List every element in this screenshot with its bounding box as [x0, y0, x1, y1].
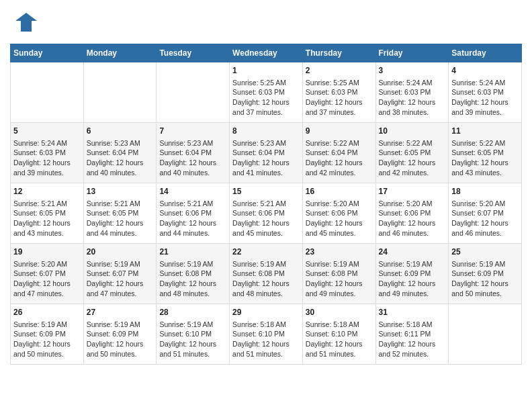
calendar-body: 1Sunrise: 5:25 AM Sunset: 6:03 PM Daylig…: [11, 62, 522, 365]
day-number: 10: [379, 126, 446, 137]
weekday-header-sunday: Sunday: [11, 44, 84, 62]
day-number: 21: [159, 246, 226, 258]
svg-marker-0: [15, 13, 37, 32]
day-number: 7: [159, 126, 226, 137]
day-number: 26: [13, 307, 81, 318]
day-info: Sunrise: 5:20 AM Sunset: 6:07 PM Dayligh…: [13, 259, 81, 299]
day-info: Sunrise: 5:23 AM Sunset: 6:04 PM Dayligh…: [159, 138, 226, 178]
day-number: 3: [379, 65, 446, 77]
calendar-cell: 15Sunrise: 5:21 AM Sunset: 6:06 PM Dayli…: [230, 183, 303, 244]
calendar-cell: 13Sunrise: 5:21 AM Sunset: 6:05 PM Dayli…: [83, 183, 157, 244]
calendar-table: SundayMondayTuesdayWednesdayThursdayFrid…: [10, 44, 522, 365]
day-number: 28: [159, 307, 226, 318]
day-info: Sunrise: 5:22 AM Sunset: 6:05 PM Dayligh…: [379, 138, 446, 178]
calendar-cell: 19Sunrise: 5:20 AM Sunset: 6:07 PM Dayli…: [11, 244, 84, 304]
day-number: 15: [232, 186, 300, 197]
day-number: 30: [306, 307, 373, 318]
day-info: Sunrise: 5:21 AM Sunset: 6:06 PM Dayligh…: [159, 199, 226, 238]
day-number: 2: [306, 65, 373, 77]
day-number: 9: [306, 126, 373, 137]
day-info: Sunrise: 5:19 AM Sunset: 6:08 PM Dayligh…: [232, 259, 300, 299]
calendar-week-row: 1Sunrise: 5:25 AM Sunset: 6:03 PM Daylig…: [11, 62, 522, 123]
weekday-header-thursday: Thursday: [302, 44, 375, 62]
calendar-cell: 29Sunrise: 5:18 AM Sunset: 6:10 PM Dayli…: [230, 304, 303, 365]
weekday-header-monday: Monday: [83, 44, 157, 62]
calendar-cell: [449, 304, 522, 365]
calendar-week-row: 12Sunrise: 5:21 AM Sunset: 6:05 PM Dayli…: [11, 183, 522, 244]
day-info: Sunrise: 5:21 AM Sunset: 6:05 PM Dayligh…: [87, 199, 154, 238]
calendar-cell: 24Sunrise: 5:19 AM Sunset: 6:09 PM Dayli…: [375, 244, 449, 304]
calendar-cell: 6Sunrise: 5:23 AM Sunset: 6:04 PM Daylig…: [83, 123, 157, 183]
calendar-cell: 9Sunrise: 5:22 AM Sunset: 6:04 PM Daylig…: [302, 123, 375, 183]
day-number: 13: [87, 186, 154, 197]
calendar-cell: [83, 62, 157, 123]
day-info: Sunrise: 5:22 AM Sunset: 6:04 PM Dayligh…: [306, 138, 373, 178]
day-number: 17: [379, 186, 446, 197]
calendar-cell: 17Sunrise: 5:20 AM Sunset: 6:06 PM Dayli…: [375, 183, 449, 244]
calendar-cell: 30Sunrise: 5:18 AM Sunset: 6:10 PM Dayli…: [302, 304, 375, 365]
calendar-cell: 28Sunrise: 5:19 AM Sunset: 6:10 PM Dayli…: [157, 304, 230, 365]
day-info: Sunrise: 5:19 AM Sunset: 6:09 PM Dayligh…: [87, 320, 154, 359]
weekday-header-tuesday: Tuesday: [157, 44, 230, 62]
calendar-cell: 5Sunrise: 5:24 AM Sunset: 6:03 PM Daylig…: [11, 123, 84, 183]
day-info: Sunrise: 5:20 AM Sunset: 6:06 PM Dayligh…: [306, 199, 373, 238]
calendar-cell: 7Sunrise: 5:23 AM Sunset: 6:04 PM Daylig…: [157, 123, 230, 183]
day-info: Sunrise: 5:24 AM Sunset: 6:03 PM Dayligh…: [13, 138, 81, 178]
day-info: Sunrise: 5:24 AM Sunset: 6:03 PM Dayligh…: [379, 78, 446, 118]
day-number: 23: [306, 246, 373, 258]
calendar-cell: 12Sunrise: 5:21 AM Sunset: 6:05 PM Dayli…: [11, 183, 84, 244]
day-info: Sunrise: 5:23 AM Sunset: 6:04 PM Dayligh…: [87, 138, 154, 178]
day-info: Sunrise: 5:22 AM Sunset: 6:05 PM Dayligh…: [451, 138, 519, 178]
weekday-header-friday: Friday: [375, 44, 449, 62]
day-info: Sunrise: 5:23 AM Sunset: 6:04 PM Dayligh…: [232, 138, 300, 178]
day-info: Sunrise: 5:19 AM Sunset: 6:09 PM Dayligh…: [13, 320, 81, 359]
calendar-cell: 4Sunrise: 5:24 AM Sunset: 6:03 PM Daylig…: [449, 62, 522, 123]
day-number: 22: [232, 246, 300, 258]
calendar-cell: 27Sunrise: 5:19 AM Sunset: 6:09 PM Dayli…: [83, 304, 157, 365]
calendar-cell: 18Sunrise: 5:20 AM Sunset: 6:07 PM Dayli…: [449, 183, 522, 244]
calendar-cell: 20Sunrise: 5:19 AM Sunset: 6:07 PM Dayli…: [83, 244, 157, 304]
logo-icon: [10, 10, 37, 37]
calendar-cell: 2Sunrise: 5:25 AM Sunset: 6:03 PM Daylig…: [302, 62, 375, 123]
day-number: 12: [13, 186, 81, 197]
calendar-cell: 21Sunrise: 5:19 AM Sunset: 6:08 PM Dayli…: [157, 244, 230, 304]
day-info: Sunrise: 5:19 AM Sunset: 6:10 PM Dayligh…: [159, 320, 226, 359]
calendar-week-row: 5Sunrise: 5:24 AM Sunset: 6:03 PM Daylig…: [11, 123, 522, 183]
calendar-cell: 23Sunrise: 5:19 AM Sunset: 6:08 PM Dayli…: [302, 244, 375, 304]
day-info: Sunrise: 5:20 AM Sunset: 6:06 PM Dayligh…: [379, 199, 446, 238]
day-number: 25: [451, 246, 519, 258]
weekday-header-saturday: Saturday: [449, 44, 522, 62]
day-number: 19: [13, 246, 81, 258]
day-info: Sunrise: 5:25 AM Sunset: 6:03 PM Dayligh…: [232, 78, 300, 118]
day-info: Sunrise: 5:19 AM Sunset: 6:09 PM Dayligh…: [451, 259, 519, 299]
calendar-cell: 10Sunrise: 5:22 AM Sunset: 6:05 PM Dayli…: [375, 123, 449, 183]
calendar-cell: 31Sunrise: 5:18 AM Sunset: 6:11 PM Dayli…: [375, 304, 449, 365]
calendar-cell: 3Sunrise: 5:24 AM Sunset: 6:03 PM Daylig…: [375, 62, 449, 123]
calendar-header: SundayMondayTuesdayWednesdayThursdayFrid…: [11, 44, 522, 62]
calendar-week-row: 26Sunrise: 5:19 AM Sunset: 6:09 PM Dayli…: [11, 304, 522, 365]
day-info: Sunrise: 5:21 AM Sunset: 6:06 PM Dayligh…: [232, 199, 300, 238]
day-number: 6: [87, 126, 154, 137]
day-info: Sunrise: 5:25 AM Sunset: 6:03 PM Dayligh…: [306, 78, 373, 118]
day-number: 5: [13, 126, 81, 137]
day-info: Sunrise: 5:21 AM Sunset: 6:05 PM Dayligh…: [13, 199, 81, 238]
weekday-header-wednesday: Wednesday: [230, 44, 303, 62]
day-number: 18: [451, 186, 519, 197]
calendar-cell: 25Sunrise: 5:19 AM Sunset: 6:09 PM Dayli…: [449, 244, 522, 304]
calendar-cell: [11, 62, 84, 123]
day-number: 20: [87, 246, 154, 258]
calendar-cell: 22Sunrise: 5:19 AM Sunset: 6:08 PM Dayli…: [230, 244, 303, 304]
day-number: 11: [451, 126, 519, 137]
day-number: 27: [87, 307, 154, 318]
day-info: Sunrise: 5:18 AM Sunset: 6:10 PM Dayligh…: [306, 320, 373, 359]
day-info: Sunrise: 5:24 AM Sunset: 6:03 PM Dayligh…: [451, 78, 519, 118]
day-info: Sunrise: 5:19 AM Sunset: 6:09 PM Dayligh…: [379, 259, 446, 299]
calendar-cell: 11Sunrise: 5:22 AM Sunset: 6:05 PM Dayli…: [449, 123, 522, 183]
calendar-cell: [157, 62, 230, 123]
day-info: Sunrise: 5:18 AM Sunset: 6:10 PM Dayligh…: [232, 320, 300, 359]
day-info: Sunrise: 5:19 AM Sunset: 6:08 PM Dayligh…: [159, 259, 226, 299]
calendar-cell: 1Sunrise: 5:25 AM Sunset: 6:03 PM Daylig…: [230, 62, 303, 123]
day-info: Sunrise: 5:19 AM Sunset: 6:07 PM Dayligh…: [87, 259, 154, 299]
logo: [10, 10, 40, 37]
page-header: [10, 10, 522, 37]
